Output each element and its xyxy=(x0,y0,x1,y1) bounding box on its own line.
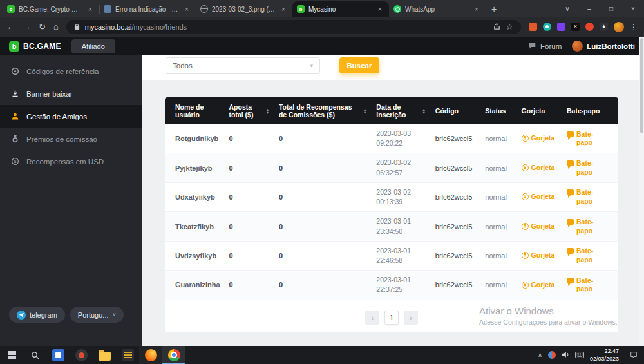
chat-link[interactable]: Bate-papo xyxy=(567,247,613,264)
tip-link[interactable]: Gorjeta xyxy=(522,193,556,202)
tab-close-icon[interactable]: × xyxy=(279,5,288,14)
taskbar-chrome[interactable] xyxy=(162,346,185,364)
tip-link[interactable]: Gorjeta xyxy=(522,281,556,290)
cell-commission: 0 xyxy=(274,271,371,300)
sort-icon[interactable] xyxy=(267,108,269,114)
sidebar-item-commission-prizes[interactable]: Prêmios de comissão xyxy=(0,128,142,150)
cell-tip: Gorjeta xyxy=(516,124,562,153)
chat-link[interactable]: Bate-papo xyxy=(567,218,613,235)
tip-link[interactable]: Gorjeta xyxy=(522,134,556,143)
telegram-button[interactable]: telegram xyxy=(9,307,65,323)
affiliate-tab[interactable]: Afiliado xyxy=(71,39,115,53)
cell-chat: Bate-papo xyxy=(562,182,618,211)
browser-profile-avatar[interactable] xyxy=(614,22,624,32)
cell-username: Guaranizinha xyxy=(165,271,224,300)
pagination-prev-icon[interactable]: ‹ xyxy=(365,311,379,325)
pagination-next-icon[interactable]: › xyxy=(404,311,418,325)
search-button[interactable]: Buscar xyxy=(339,57,379,73)
tray-app-icon[interactable] xyxy=(548,351,556,359)
cell-status: normal xyxy=(480,241,516,270)
tab-close-icon[interactable]: × xyxy=(86,5,95,14)
bcgame-logo[interactable]: b BC.GAME xyxy=(9,41,61,52)
tab-close-icon[interactable]: × xyxy=(472,5,481,14)
col-chat: Bate-papo xyxy=(562,97,618,124)
extension-icon-5[interactable] xyxy=(585,23,594,31)
tray-chevron-icon[interactable]: ∧ xyxy=(538,352,542,358)
user-menu[interactable]: LuizBortolotti xyxy=(572,41,635,52)
taskbar-clock[interactable]: 22:47 02/03/2023 xyxy=(590,347,619,363)
share-icon[interactable] xyxy=(493,21,500,33)
page-scrollbar[interactable] xyxy=(639,37,644,346)
reload-icon[interactable]: ↻ xyxy=(39,22,46,32)
tab-close-icon[interactable]: × xyxy=(375,5,384,14)
col-bet-total[interactable]: Aposta total ($) xyxy=(224,97,274,124)
extension-icon-2[interactable] xyxy=(543,23,551,31)
browser-tab-image[interactable]: 2023-03-02_3.png (1024×76 × xyxy=(196,1,292,17)
chat-link[interactable]: Bate-papo xyxy=(567,188,613,206)
browser-menu-icon[interactable]: ⋮ xyxy=(630,23,638,32)
sidebar-item-label: Prêmios de comissão xyxy=(26,135,97,143)
speaker-icon[interactable] xyxy=(562,349,569,361)
taskbar-file-explorer[interactable] xyxy=(93,346,116,364)
cell-bet-total: 0 xyxy=(224,241,274,270)
browser-ball-icon xyxy=(145,349,157,361)
taskbar-browser-2[interactable] xyxy=(139,346,162,364)
language-selector[interactable]: Portugu... ∨ xyxy=(70,307,124,323)
bookmark-star-icon[interactable]: ☆ xyxy=(506,22,513,32)
pagination-page-1[interactable]: 1 xyxy=(384,311,399,325)
sidebar-item-banner-download[interactable]: Banner baixar xyxy=(0,82,142,105)
new-tab-button[interactable]: + xyxy=(486,1,502,17)
browser-tab-whatsapp[interactable]: WhatsApp × xyxy=(389,1,486,17)
sort-icon[interactable] xyxy=(423,108,425,114)
time-value: 22:37:25 xyxy=(376,285,425,294)
screen: b BC.Game: Crypto Casino Gam × Erro na I… xyxy=(0,0,644,364)
extension-icon-1[interactable] xyxy=(529,23,537,31)
start-button[interactable] xyxy=(0,346,23,364)
col-signup-date[interactable]: Data de inscrição xyxy=(371,97,430,124)
taskbar-search-button[interactable] xyxy=(23,346,46,364)
forward-icon[interactable]: → xyxy=(23,22,31,32)
tip-link[interactable]: Gorjeta xyxy=(522,222,556,231)
cell-code: brlc62wccl5 xyxy=(430,212,480,241)
forum-link[interactable]: Fórum xyxy=(528,42,562,51)
tip-label: Gorjeta xyxy=(531,134,555,143)
tab-close-icon[interactable]: × xyxy=(182,5,191,14)
sidebar-item-referral-codes[interactable]: Códigos de referência xyxy=(0,60,142,82)
tab-title: 2023-03-02_3.png (1024×76 xyxy=(212,6,275,13)
tip-link[interactable]: Gorjeta xyxy=(522,251,556,260)
window-menu-icon[interactable]: ∨ xyxy=(556,0,578,17)
tab-title: Mycasino xyxy=(308,6,372,13)
sidebar-item-usd-rewards[interactable]: $ Recompensas em USD xyxy=(0,150,142,173)
filter-select[interactable]: Todos ▾ xyxy=(166,57,320,74)
taskbar-app-1[interactable] xyxy=(46,346,70,364)
extension-icon-4[interactable] xyxy=(571,23,580,31)
window-maximize-icon[interactable]: □ xyxy=(600,0,622,17)
scrollbar-thumb[interactable] xyxy=(640,38,643,133)
browser-tab-mycasino[interactable]: b Mycasino × xyxy=(292,1,389,17)
back-icon[interactable]: ← xyxy=(6,22,15,32)
tip-link[interactable]: Gorjeta xyxy=(522,164,556,173)
taskbar-app-2[interactable] xyxy=(70,346,93,364)
address-bar[interactable]: mycasino.bc.ai/mycasino/friends ☆ xyxy=(66,20,521,34)
sort-icon[interactable] xyxy=(364,108,366,114)
keyboard-icon[interactable] xyxy=(575,349,584,361)
extension-icon-6[interactable] xyxy=(600,23,608,31)
sidebar: Códigos de referência Banner baixar Gest… xyxy=(0,55,142,346)
window-minimize-icon[interactable]: – xyxy=(578,0,600,17)
col-commission[interactable]: Total de Recompensas de Comissões ($) xyxy=(274,97,371,124)
chat-link[interactable]: Bate-papo xyxy=(567,276,613,294)
action-center-icon[interactable] xyxy=(625,346,641,364)
chat-link[interactable]: Bate-papo xyxy=(567,130,613,148)
sidebar-item-friends-management[interactable]: Gestão de Amigos xyxy=(0,105,142,128)
cell-username: Rotgudnikyb xyxy=(165,124,224,153)
chat-label: Bate-papo xyxy=(576,276,602,294)
taskbar-app-3[interactable] xyxy=(116,346,139,364)
sidebar-item-label: Recompensas em USD xyxy=(26,158,104,166)
extension-icon-3[interactable] xyxy=(557,23,565,31)
browser-tab-bcgame[interactable]: b BC.Game: Crypto Casino Gam × xyxy=(3,1,99,17)
window-close-icon[interactable]: × xyxy=(622,0,644,17)
browser-tab-erro-indicacao[interactable]: Erro na Indicação - BC.Game × xyxy=(99,1,196,17)
cell-status: normal xyxy=(480,271,516,300)
home-icon[interactable]: ⌂ xyxy=(53,22,59,32)
chat-link[interactable]: Bate-papo xyxy=(567,159,613,177)
